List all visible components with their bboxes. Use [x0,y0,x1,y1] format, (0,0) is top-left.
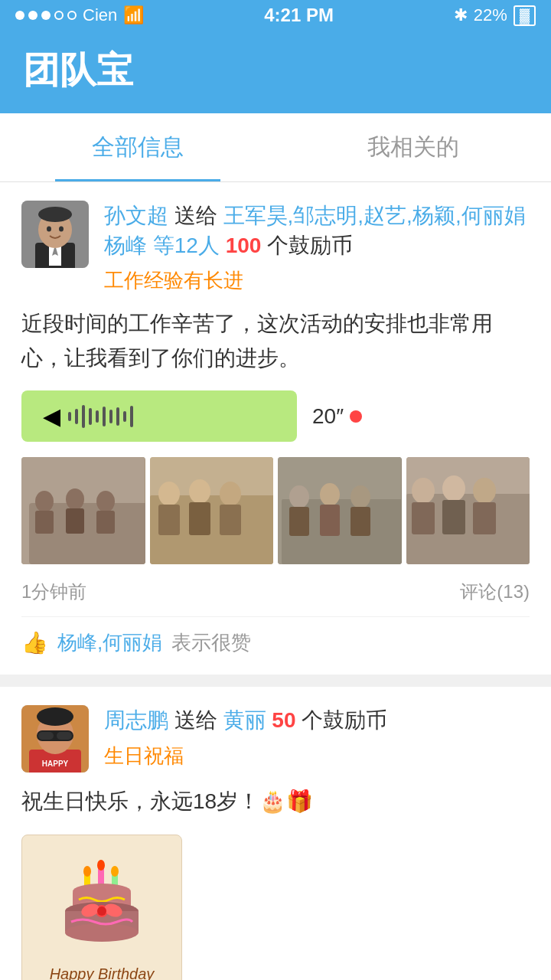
meeting-image-2[interactable] [150,457,274,564]
avatar-zhouzhipeng: HAPPY [21,705,89,773]
post-card-1: 孙文超 送给 王军昊,邹志明,赵艺,杨颖,何丽娟杨峰 等12人 100 个鼓励币… [0,182,551,675]
meeting-image-1[interactable] [21,457,145,564]
wave-8 [116,407,119,426]
svg-point-18 [158,482,180,506]
time-ago-1: 1分钟前 [21,580,86,604]
post-action-line-2: 周志鹏 送给 黄丽 50 个鼓励币 [104,705,530,735]
likes-text-1: 表示很赞 [171,629,251,656]
audio-message-1[interactable]: ◀ 20″ [21,390,530,442]
wave-10 [130,406,133,427]
signal-dot-5 [67,11,77,20]
images-grid-1 [21,457,530,564]
svg-rect-44 [38,732,54,740]
audio-duration-1: 20″ [312,404,362,429]
svg-rect-19 [158,505,180,535]
post-footer-1: 1分钟前 评论(13) [21,580,530,604]
signal-dot-3 [41,11,51,20]
post-meta-2: 周志鹏 送给 黄丽 50 个鼓励币 生日祝福 [104,705,530,769]
post-header-2: HAPPY 周志鹏 送给 黄丽 50 个鼓励币 生日祝福 [21,705,530,773]
post-tag-1: 工作经验有长进 [104,266,530,294]
svg-rect-23 [220,505,241,535]
svg-point-10 [35,491,54,512]
svg-text:HAPPY: HAPPY [42,760,69,768]
svg-rect-27 [289,507,309,536]
svg-point-12 [66,488,84,510]
audio-play-icon: ◀ [43,403,60,430]
svg-rect-21 [189,502,210,535]
svg-rect-39 [473,502,496,534]
svg-point-60 [65,923,139,942]
wave-2 [75,409,78,424]
sender-name-2[interactable]: 周志鹏 [104,708,168,732]
status-left: Cien 📶 [15,5,144,25]
recording-dot [350,410,362,423]
action-space-1 [217,204,223,227]
svg-rect-31 [350,507,370,536]
post-action-line-1: 孙文超 送给 王军昊,邹志明,赵艺,杨颖,何丽娟杨峰 等12人 100 个鼓励币 [104,201,530,260]
wave-7 [109,410,112,423]
tab-bar: 全部信息 我相关的 [0,113,551,182]
status-bar: Cien 📶 4:21 PM ✱ 22% ▓ [0,0,551,31]
svg-point-6 [47,227,51,232]
svg-point-14 [96,491,115,512]
wifi-icon: 📶 [123,5,144,25]
action-space-2 [217,708,223,732]
carrier-name: Cien [83,5,117,25]
birthday-card-text: Happy Birthday [50,965,155,980]
svg-rect-15 [96,511,115,534]
svg-rect-13 [66,508,84,534]
app-header: 团队宝 [0,31,551,113]
post-body-2: 祝生日快乐，永远18岁！🎂🎁 [21,785,530,819]
meeting-image-4[interactable] [406,457,530,564]
svg-rect-11 [35,511,54,534]
birthday-card-image: Happy Birthday [21,835,182,980]
comment-link-1[interactable]: 评论(13) [460,580,530,604]
audio-waves [68,405,133,428]
signal-dot-2 [28,11,37,20]
avatar-sunwenchao [21,201,89,268]
svg-point-46 [37,707,73,726]
signal-dots [15,11,77,20]
wave-4 [89,408,92,425]
svg-point-34 [412,478,435,504]
audio-bubble-1[interactable]: ◀ [21,390,297,442]
signal-dot-4 [54,11,64,20]
post-meta-1: 孙文超 送给 王军昊,邹志明,赵艺,杨颖,何丽娟杨峰 等12人 100 个鼓励币… [104,201,530,295]
coin-num-1: 100 [226,234,262,257]
coin-count-2: 50 [272,708,295,732]
sender-name-1[interactable]: 孙文超 [104,204,168,227]
battery-text: 22% [474,5,507,25]
coin-label-1: 个鼓励币 [267,234,353,257]
coin-label-2: 个鼓励币 [302,708,387,732]
svg-rect-35 [412,502,435,534]
svg-point-20 [189,479,210,504]
recipients-2: 黄丽 [223,708,266,732]
svg-point-52 [83,866,91,877]
tab-all[interactable]: 全部信息 [0,113,276,181]
svg-point-53 [97,860,105,871]
wave-3 [82,405,85,428]
action-send-1: 送给 [174,204,217,227]
wave-9 [123,411,126,422]
svg-point-30 [350,485,370,508]
svg-point-54 [111,866,119,877]
svg-point-22 [220,482,241,506]
svg-point-38 [473,478,496,504]
svg-point-7 [59,227,64,232]
feed-container: 孙文超 送给 王军昊,邹志明,赵艺,杨颖,何丽娟杨峰 等12人 100 个鼓励币… [0,182,551,980]
svg-rect-29 [320,505,340,536]
status-right: ✱ 22% ▓ [454,5,536,26]
svg-point-36 [442,475,465,501]
meeting-image-3[interactable] [278,457,402,564]
action-verb-2: 送给 [174,708,217,732]
svg-point-5 [38,207,72,222]
post-tag-2: 生日祝福 [104,742,530,769]
tab-mine[interactable]: 我相关的 [276,113,551,181]
svg-point-26 [289,485,309,508]
wave-6 [103,407,106,426]
svg-rect-45 [57,732,72,740]
like-icon-1[interactable]: 👍 [21,630,48,655]
post-header-1: 孙文超 送给 王军昊,邹志明,赵艺,杨颖,何丽娟杨峰 等12人 100 个鼓励币… [21,201,530,295]
svg-point-64 [97,906,106,916]
duration-text-1: 20″ [312,404,344,429]
